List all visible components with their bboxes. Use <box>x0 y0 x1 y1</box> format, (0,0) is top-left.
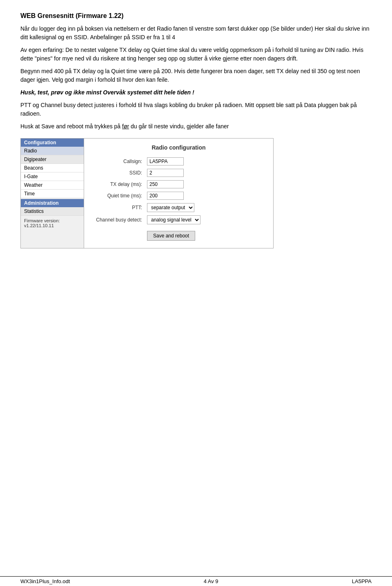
tx-delay-input[interactable] <box>147 180 184 188</box>
channel-busy-label: Channel busy detect: <box>91 214 145 226</box>
emphasis-text: Husk, test, prøv og ikke minst Overvåk s… <box>20 89 194 96</box>
paragraph-6: Husk at Save and reboot må trykkes på fø… <box>20 122 372 131</box>
callsign-value-cell <box>145 156 266 167</box>
sidebar-item-time[interactable]: Time <box>21 190 84 198</box>
sidebar-item-igate[interactable]: I-Gate <box>21 172 84 181</box>
config-table: Callsign: SSID: TX delay (ms): Quiet tim… <box>91 156 266 242</box>
sidebar-firmware: Firmware version: v1.22/11.10.11 <box>21 216 84 230</box>
ptt-select[interactable]: separate output VOX serial RTS serial DT… <box>147 203 194 212</box>
table-row-ptt: PTT: separate output VOX serial RTS seri… <box>91 201 266 214</box>
firmware-version: v1.22/11.10.11 <box>24 223 54 228</box>
firmware-label: Firmware version: <box>24 218 60 223</box>
table-row-ssid: SSID: <box>91 167 266 179</box>
paragraph-1: Når du logger deg inn på boksen via nett… <box>20 25 372 42</box>
sidebar-item-beacons[interactable]: Beacons <box>21 164 84 172</box>
ptt-label: PTT: <box>91 201 145 214</box>
sidebar-item-statistics[interactable]: Statistics <box>21 207 84 216</box>
underline-for: før <box>122 123 129 130</box>
sidebar-item-radio[interactable]: Radio <box>21 147 84 155</box>
ssid-input[interactable] <box>147 169 184 177</box>
sidebar-configuration-header: Configuration <box>21 139 84 147</box>
channel-busy-value-cell: analog signal level DCD pin none <box>145 214 266 226</box>
table-row-callsign: Callsign: <box>91 156 266 167</box>
paragraph-4-emphasis: Husk, test, prøv og ikke minst Overvåk s… <box>20 88 372 97</box>
quiet-time-value-cell <box>145 190 266 201</box>
sidebar-administration-header: Administration <box>21 199 84 207</box>
main-config-panel: Radio configuration Callsign: SSID: TX d… <box>84 139 273 248</box>
save-button-cell: Save and reboot <box>145 226 266 242</box>
table-row-quiet-time: Quiet time (ms): <box>91 190 266 201</box>
sidebar-item-weather[interactable]: Weather <box>21 181 84 190</box>
paragraph-2: Av egen erfaring: De to nestet valgene T… <box>20 46 372 63</box>
tx-delay-label: TX delay (ms): <box>91 179 145 190</box>
ptt-value-cell: separate output VOX serial RTS serial DT… <box>145 201 266 214</box>
table-row-tx-delay: TX delay (ms): <box>91 179 266 190</box>
footer-center: 4 Av 9 <box>204 578 218 584</box>
footer: WX3in1Plus_Info.odt 4 Av 9 LA5PPA <box>0 576 392 586</box>
channel-busy-select[interactable]: analog signal level DCD pin none <box>147 215 200 224</box>
paragraph-5: PTT og Channel busy detect justeres i fo… <box>20 101 372 118</box>
callsign-label: Callsign: <box>91 156 145 167</box>
callsign-input[interactable] <box>147 157 184 166</box>
quiet-time-label: Quiet time (ms): <box>91 190 145 201</box>
sidebar-item-digipeater[interactable]: Digipeater <box>21 155 84 164</box>
table-row-channel-busy: Channel busy detect: analog signal level… <box>91 214 266 226</box>
footer-right: LA5PPA <box>352 578 372 584</box>
sidebar: Configuration Radio Digipeater Beacons I… <box>21 139 84 248</box>
ssid-label: SSID: <box>91 167 145 179</box>
page-title: WEB Grensesnitt (Firmware 1.22) <box>20 12 372 20</box>
save-reboot-button[interactable]: Save and reboot <box>147 231 195 241</box>
table-row-save: Save and reboot <box>91 226 266 242</box>
ui-screenshot: Configuration Radio Digipeater Beacons I… <box>20 138 274 248</box>
radio-config-title: Radio configuration <box>91 144 266 151</box>
ssid-value-cell <box>145 167 266 179</box>
save-spacer <box>91 226 145 242</box>
footer-left: WX3in1Plus_Info.odt <box>20 578 70 584</box>
tx-delay-value-cell <box>145 179 266 190</box>
quiet-time-input[interactable] <box>147 192 184 200</box>
paragraph-3: Begynn med 400 på TX delay og la Quiet t… <box>20 67 372 84</box>
